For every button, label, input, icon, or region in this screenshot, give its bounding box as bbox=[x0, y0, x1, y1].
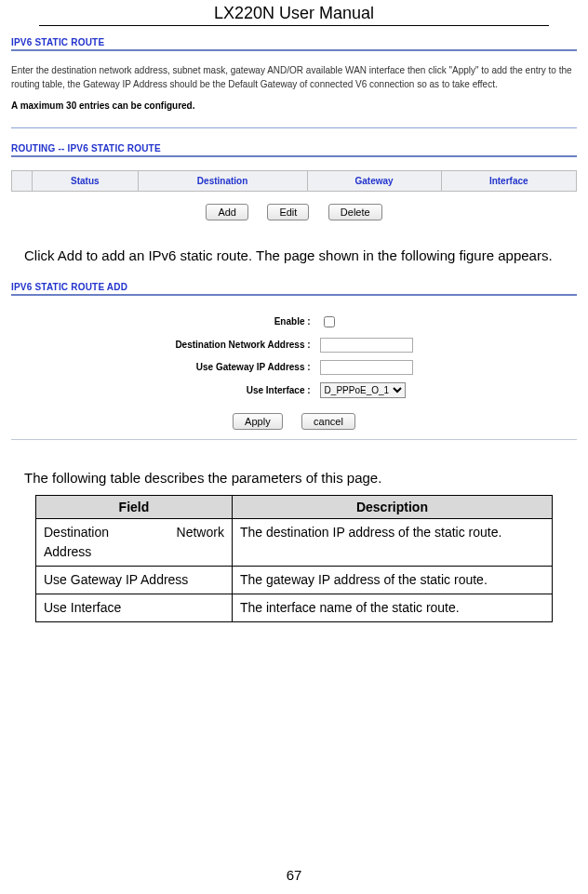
parameter-table: Field Description Destination Network Ad… bbox=[35, 495, 553, 622]
label-use-gateway-ip: Use Gateway IP Address : bbox=[171, 357, 314, 378]
field-text: Network bbox=[177, 523, 224, 542]
body-paragraph-2: The following table describes the parame… bbox=[24, 468, 564, 487]
divider bbox=[11, 127, 577, 128]
page-number: 67 bbox=[0, 867, 588, 883]
table-row: Use Interface The interface name of the … bbox=[36, 594, 553, 621]
gateway-ip-input[interactable] bbox=[320, 360, 413, 375]
table-row: Use Gateway IP Address The gateway IP ad… bbox=[36, 566, 553, 594]
intro-note: A maximum 30 entries can be configured. bbox=[11, 100, 577, 111]
apply-button[interactable]: Apply bbox=[233, 413, 283, 430]
add-form: Enable : Destination Network Address : U… bbox=[169, 309, 418, 403]
col-select bbox=[12, 171, 33, 192]
doc-title: LX220N User Manual bbox=[39, 0, 549, 26]
desc-text: The interface name of the static route. bbox=[232, 594, 552, 621]
divider bbox=[11, 294, 577, 296]
divider bbox=[11, 49, 577, 51]
desc-text: The destination IP address of the static… bbox=[232, 518, 552, 566]
field-text: Use Gateway IP Address bbox=[36, 566, 233, 594]
field-text: Destination bbox=[44, 523, 109, 542]
enable-checkbox[interactable] bbox=[324, 316, 335, 327]
intro-text: Enter the destination network address, s… bbox=[11, 64, 577, 91]
use-interface-select[interactable]: D_PPPoE_O_1 bbox=[320, 382, 406, 398]
destination-network-address-input[interactable] bbox=[320, 338, 413, 353]
delete-button[interactable]: Delete bbox=[328, 204, 382, 220]
table-row: Destination Network Address The destinat… bbox=[36, 518, 553, 566]
field-text: Address bbox=[44, 542, 224, 562]
col-status: Status bbox=[33, 171, 139, 192]
param-header-desc: Description bbox=[232, 495, 552, 518]
label-use-interface: Use Interface : bbox=[171, 380, 314, 401]
routing-table: Status Destination Gateway Interface bbox=[11, 170, 577, 192]
desc-text: The gateway IP address of the static rou… bbox=[232, 566, 552, 594]
section-ipv6-static-route: IPV6 STATIC ROUTE bbox=[11, 33, 577, 47]
col-gateway: Gateway bbox=[307, 171, 441, 192]
section-routing-table: ROUTING -- IPV6 STATIC ROUTE bbox=[11, 140, 577, 153]
cancel-button[interactable]: cancel bbox=[301, 413, 355, 430]
col-destination: Destination bbox=[138, 171, 307, 192]
divider bbox=[11, 155, 577, 157]
label-destination-network-address: Destination Network Address : bbox=[171, 335, 314, 355]
edit-button[interactable]: Edit bbox=[267, 204, 309, 220]
divider bbox=[11, 439, 577, 440]
label-enable: Enable : bbox=[171, 311, 314, 333]
col-interface: Interface bbox=[441, 171, 576, 192]
add-button[interactable]: Add bbox=[206, 204, 248, 220]
param-header-field: Field bbox=[36, 495, 233, 518]
body-paragraph-1: Click Add to add an IPv6 static route. T… bbox=[24, 241, 564, 271]
field-text: Use Interface bbox=[36, 594, 233, 621]
section-ipv6-static-route-add: IPV6 STATIC ROUTE ADD bbox=[11, 278, 577, 292]
